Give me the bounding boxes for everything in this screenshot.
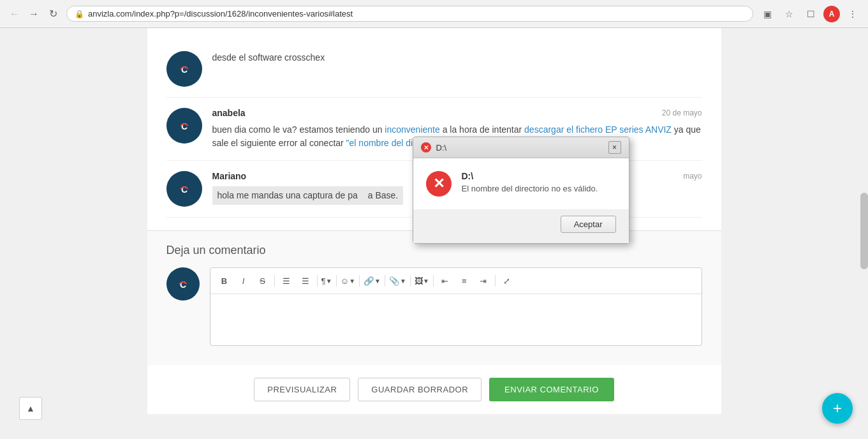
svg-text:C: C [179,279,186,290]
post-author: Mariano [212,171,247,181]
align-right-button[interactable]: ⇥ [474,272,492,290]
dialog-close-button[interactable]: × [608,141,621,154]
post-text: desde el software crosschex [212,51,702,64]
submit-button[interactable]: ENVIAR COMENTARIO [489,378,614,401]
avatar: C [166,51,202,87]
svg-text:C: C [180,64,187,75]
forward-button[interactable]: → [26,6,42,22]
scrollbar-thumb[interactable] [860,193,868,269]
comment-editor: B I S ☰ ☰ ¶ ▼ ☺ ▼ [210,267,702,346]
bold-button[interactable]: B [216,272,233,290]
italic-button[interactable]: I [235,272,253,290]
browser-chrome: ← → ↻ 🔒 anvizla.com/index.php?p=/discuss… [0,0,868,28]
cast-button[interactable]: ▣ [758,5,776,23]
post-header: anabela 20 de mayo [212,108,702,118]
editor-toolbar: B I S ☰ ☰ ¶ ▼ ☺ ▼ [210,268,702,294]
menu-button[interactable]: ⋮ [844,5,862,23]
scroll-top-button[interactable]: ▲ [19,397,42,420]
url-text: anvizla.com/index.php?p=/discussion/1628… [88,9,745,19]
commenter-avatar: C [166,267,200,301]
unordered-list-button[interactable]: ☰ [297,272,314,290]
draft-button[interactable]: GUARDAR BORRADOR [358,378,482,401]
dialog-message: D:\ El nombre del directorio no es válid… [462,171,616,193]
extend-button[interactable]: ☐ [802,5,820,23]
image-button[interactable]: 🖼 ▼ [413,272,430,290]
toolbar-separator [433,275,434,286]
comment-section: Deja un comentario C B I S ☰ [147,230,721,365]
svg-text:C: C [180,184,187,195]
dialog-message-title: D:\ [462,171,616,181]
back-button[interactable]: ← [6,6,23,22]
toolbar-separator [385,275,385,286]
emoji-button[interactable]: ☺ ▼ [339,272,357,290]
expand-button[interactable]: ⤢ [498,272,516,290]
lock-icon: 🔒 [75,10,84,19]
scrollbar[interactable] [860,28,868,439]
dialog-error-icon-small: ✕ [421,142,431,153]
ordered-list-button[interactable]: ☰ [277,272,295,290]
browser-actions: ▣ ☆ ☐ A ⋮ [758,5,862,23]
dialog-titlebar: ✕ D:\ × [413,137,629,158]
fab-icon: + [833,399,842,417]
avatar: C [166,108,202,144]
toolbar-separator [317,275,318,286]
paragraph-button[interactable]: ¶ ▼ [320,272,334,290]
error-dialog: ✕ D:\ × ✕ D:\ El nombre del directorio n… [413,137,629,244]
post-date: mayo [683,172,702,181]
preview-button[interactable]: PREVISUALIZAR [254,378,350,401]
comment-title: Deja un comentario [166,244,702,257]
action-buttons: PREVISUALIZAR GUARDAR BORRADOR ENVIAR CO… [147,365,721,414]
post-body: desde el software crosschex [212,51,702,87]
scroll-top-icon: ▲ [26,403,35,413]
post-item: C desde el software crosschex [166,41,702,98]
toolbar-separator [359,275,360,286]
comment-form: C B I S ☰ ☰ ¶ ▼ [166,267,702,346]
dialog-body: ✕ D:\ El nombre del directorio no es vál… [413,158,629,209]
toolbar-separator [274,275,275,286]
dialog-error-icon-large: ✕ [426,171,452,197]
dialog-title-text: D:\ [436,143,447,153]
toolbar-separator [336,275,337,286]
strikethrough-button[interactable]: S [254,272,272,290]
dialog-title: ✕ D:\ [421,142,447,153]
editor-textarea[interactable] [210,294,702,345]
post-date: 20 de mayo [662,108,702,117]
dialog-accept-button[interactable]: Aceptar [561,216,616,233]
nav-buttons: ← → ↻ [6,6,61,22]
avatar: C [166,171,202,207]
align-center-button[interactable]: ≡ [455,272,473,290]
reload-button[interactable]: ↻ [45,6,61,22]
address-bar[interactable]: 🔒 anvizla.com/index.php?p=/discussion/16… [66,6,753,22]
user-avatar[interactable]: A [823,6,840,22]
bookmark-button[interactable]: ☆ [780,5,798,23]
align-left-button[interactable]: ⇤ [436,272,454,290]
fab-button[interactable]: + [822,393,853,424]
link-button[interactable]: 🔗 ▼ [362,272,382,290]
toolbar-separator [410,275,411,286]
toolbar-separator [495,275,496,286]
dialog-message-text: El nombre del directorio no es válido. [462,184,616,193]
dialog-footer: Aceptar [413,209,629,243]
svg-text:C: C [180,121,187,131]
attachment-button[interactable]: 📎 ▼ [388,272,408,290]
post-author: anabela [212,108,246,118]
